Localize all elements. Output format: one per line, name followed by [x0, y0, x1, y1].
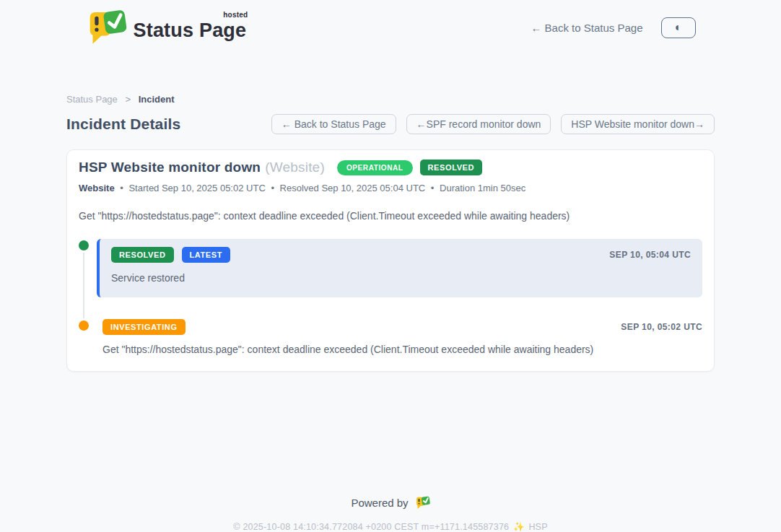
timeline-entry-investigating: INVESTIGATING SEP 10, 05:02 UTC Get "htt… — [79, 319, 702, 355]
timeline-entry-resolved: RESOLVED LATEST SEP 10, 05:04 UTC Servic… — [79, 239, 702, 297]
timeline-latest-badge: LATEST — [182, 247, 231, 263]
timeline-badge-row: RESOLVED LATEST SEP 10, 05:04 UTC — [111, 247, 691, 263]
incident-title: HSP Website monitor down — [79, 160, 261, 175]
statuspage-logo-icon — [86, 9, 127, 45]
sparkles-icon: ✨ — [513, 522, 525, 532]
timeline-badge-row: INVESTIGATING SEP 10, 05:02 UTC — [102, 319, 702, 335]
copyright-suffix: HSP — [528, 522, 547, 532]
incident-component: (Website) — [265, 160, 325, 175]
incident-title-heading: HSP Website monitor down(Website) — [79, 160, 325, 175]
meta-component: Website — [79, 183, 115, 193]
meta-duration: Duration 1min 50sec — [440, 183, 525, 193]
incident-meta: Website • Started Sep 10, 2025 05:02 UTC… — [79, 183, 702, 193]
powered-by-label: Powered by — [351, 497, 408, 509]
title-row: Incident Details ← Back to Status Page ←… — [66, 114, 715, 134]
incident-nav-buttons: ← Back to Status Page ←SPF record monito… — [271, 114, 715, 134]
copyright-line: © 2025-10-08 14:10:34.772084 +0200 CEST … — [0, 521, 781, 532]
timeline-timestamp: SEP 10, 05:02 UTC — [621, 322, 702, 332]
brand-logo[interactable]: Status Page hosted — [86, 9, 247, 45]
incident-card-header: HSP Website monitor down(Website) OPERAT… — [79, 160, 702, 175]
brand-name: Status Page hosted — [134, 14, 247, 42]
breadcrumb-status-page[interactable]: Status Page — [66, 94, 118, 105]
timeline-message: Service restored — [111, 272, 691, 284]
back-to-status-page-button[interactable]: ← Back to Status Page — [271, 114, 396, 134]
timeline-message: Get "https://hostedstatus.page": context… — [102, 344, 702, 355]
resolved-state-badge: RESOLVED — [420, 160, 483, 175]
incident-card: HSP Website monitor down(Website) OPERAT… — [66, 149, 715, 372]
meta-separator: • — [431, 183, 435, 193]
page-title: Incident Details — [66, 115, 180, 133]
timeline-latest-update-box: RESOLVED LATEST SEP 10, 05:04 UTC Servic… — [97, 239, 702, 297]
header-actions: ← Back to Status Page ◐ — [531, 17, 695, 38]
footer: Powered by © 2025-10-08 14:10:34.772084 … — [0, 496, 781, 532]
meta-separator: • — [120, 183, 123, 193]
breadcrumb: Status Page > Incident — [66, 94, 715, 105]
powered-by: Powered by — [0, 496, 781, 510]
brand-name-text: Status Page — [134, 19, 247, 41]
operational-status-badge: OPERATIONAL — [337, 160, 413, 175]
meta-started: Started Sep 10, 2025 05:02 UTC — [128, 183, 265, 193]
brand-superscript: hosted — [223, 11, 248, 19]
next-incident-button[interactable]: HSP Website monitor down→ — [561, 114, 715, 134]
hsp-logo-icon — [415, 496, 430, 510]
contrast-icon: ◐ — [675, 22, 682, 33]
back-to-status-page-link[interactable]: ← Back to Status Page — [531, 22, 642, 34]
breadcrumb-separator: > — [125, 94, 131, 105]
header: Status Page hosted ← Back to Status Page… — [86, 0, 696, 45]
timeline-resolved-badge: RESOLVED — [111, 247, 174, 263]
timeline-dot-resolved — [79, 240, 89, 250]
copyright-text: © 2025-10-08 14:10:34.772084 +0200 CEST … — [233, 522, 509, 532]
prev-incident-button[interactable]: ←SPF record monitor down — [406, 114, 551, 134]
theme-toggle-button[interactable]: ◐ — [661, 17, 696, 38]
meta-separator: • — [271, 183, 274, 193]
incident-timeline: RESOLVED LATEST SEP 10, 05:04 UTC Servic… — [79, 239, 702, 355]
timeline-timestamp: SEP 10, 05:04 UTC — [609, 250, 691, 260]
main-content: Status Page > Incident Incident Details … — [66, 94, 715, 372]
meta-resolved: Resolved Sep 10, 2025 05:04 UTC — [280, 183, 426, 193]
page-root: Status Page hosted ← Back to Status Page… — [0, 0, 781, 532]
timeline-investigating-badge: INVESTIGATING — [102, 319, 186, 335]
incident-description: Get "https://hostedstatus.page": context… — [79, 210, 702, 222]
breadcrumb-incident: Incident — [139, 94, 175, 105]
timeline-dot-investigating — [79, 320, 89, 331]
